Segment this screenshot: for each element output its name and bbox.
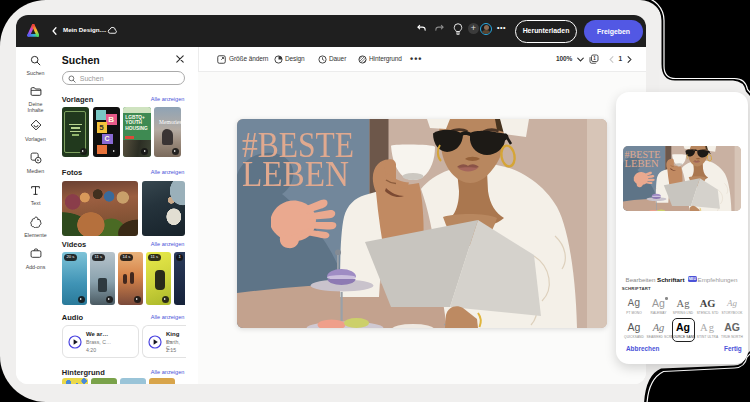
svg-text:LEBEN: LEBEN — [242, 155, 349, 194]
svg-text:1: 1 — [593, 56, 596, 61]
